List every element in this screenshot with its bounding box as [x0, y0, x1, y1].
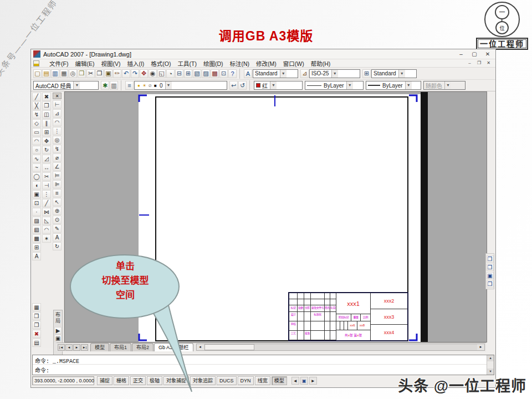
save-icon[interactable]: ▥: [51, 69, 59, 78]
plot-preview-icon[interactable]: ◎: [69, 69, 77, 78]
table-icon[interactable]: ⊞: [32, 243, 41, 252]
dyn-toggle[interactable]: DYN: [238, 376, 254, 385]
view-dialog-icon[interactable]: ▦: [32, 303, 41, 311]
break-at-point-icon[interactable]: ⋮: [42, 190, 51, 198]
dimension-edit-icon[interactable]: ✎: [53, 224, 62, 233]
scrollbar-thumb[interactable]: [204, 344, 254, 350]
polyline-icon[interactable]: ↯: [32, 110, 41, 119]
save-workspace-icon[interactable]: ▥: [110, 81, 118, 90]
quick-dimension-icon[interactable]: ⊨: [53, 171, 62, 180]
tray-right-arrow-icon[interactable]: ►: [309, 377, 317, 385]
cut-icon[interactable]: ✂: [86, 69, 95, 78]
arc-icon[interactable]: ◠: [32, 137, 41, 145]
array-icon[interactable]: ⊞: [42, 128, 51, 136]
extend-icon[interactable]: ⊣: [42, 181, 51, 190]
workspace-settings-icon[interactable]: ✱: [101, 81, 109, 90]
scroll-up-icon[interactable]: ▲: [487, 355, 494, 361]
stretch-icon[interactable]: ↔: [42, 163, 51, 172]
erase-layout-icon[interactable]: ✖: [32, 330, 41, 338]
offset-icon[interactable]: ∥: [42, 119, 51, 127]
layer-properties-icon[interactable]: ≡: [125, 81, 134, 90]
move-icon[interactable]: ✥: [42, 137, 51, 145]
layer-combo[interactable]: ●☀⊘■ 0 ▼: [134, 81, 227, 90]
zoom-realtime-icon[interactable]: ◉: [149, 69, 157, 78]
construction-line-icon[interactable]: ╳: [32, 101, 41, 110]
menu-view[interactable]: 视图(V): [98, 59, 124, 68]
aligned-dimension-icon[interactable]: ⊿: [53, 109, 62, 117]
chevron-down-icon[interactable]: ▼: [270, 81, 277, 89]
close-button[interactable]: ✕: [481, 49, 494, 59]
polygonal-viewport-icon[interactable]: ❒: [487, 264, 494, 271]
radius-dimension-icon[interactable]: ◎: [53, 136, 62, 144]
layer-previous-icon[interactable]: ↺: [238, 81, 247, 90]
redo-icon[interactable]: ↷: [131, 69, 139, 78]
ellipse-arc-icon[interactable]: ◖: [32, 181, 41, 190]
menu-dimension[interactable]: 标注(N): [227, 59, 253, 68]
layer-color-swatch[interactable]: ■: [153, 83, 158, 88]
rotate-icon[interactable]: ↻: [42, 146, 51, 154]
horizontal-scrollbar[interactable]: ◄ ►: [196, 344, 485, 351]
tab-first-button[interactable]: |◄: [58, 344, 65, 351]
diameter-dimension-icon[interactable]: ⌀: [53, 154, 62, 162]
angular-dimension-icon[interactable]: ∠: [53, 162, 62, 171]
linetype-combo[interactable]: ByLayer ▼: [305, 81, 364, 90]
lineweight-toggle[interactable]: 线宽: [255, 376, 270, 385]
mdi-restore-button[interactable]: ❐: [474, 59, 484, 67]
chevron-down-icon[interactable]: ▼: [405, 81, 412, 89]
erase-icon[interactable]: ✖: [42, 93, 51, 101]
dimension-update-icon[interactable]: ↻: [53, 242, 62, 250]
scale-icon[interactable]: ◿: [42, 155, 51, 163]
title-bar[interactable]: AutoCAD 2007 - [Drawing1.dwg]: [31, 49, 495, 59]
undo-icon[interactable]: ↶: [122, 69, 130, 78]
menu-window[interactable]: 窗口(W): [280, 59, 308, 68]
line-icon[interactable]: ╱: [32, 93, 41, 101]
ellipse-icon[interactable]: ◯: [32, 172, 41, 181]
zoom-window-icon[interactable]: ◱: [157, 69, 166, 78]
sheetset-manager-icon[interactable]: ▨: [202, 69, 210, 78]
explode-icon[interactable]: ✶: [42, 234, 51, 243]
arc-length-icon[interactable]: ◠: [53, 118, 62, 126]
workspace-combo[interactable]: AutoCAD 经典 ▼: [33, 81, 99, 90]
table-style-combo[interactable]: Standard ▼: [371, 69, 417, 78]
menu-insert[interactable]: 插入(I): [124, 59, 147, 68]
chevron-down-icon[interactable]: ▼: [165, 81, 172, 89]
plot-icon[interactable]: ▦: [60, 69, 68, 78]
chevron-down-icon[interactable]: ▼: [331, 70, 338, 78]
tolerance-icon[interactable]: ⊕: [53, 207, 62, 215]
jogged-icon[interactable]: ↯: [53, 145, 62, 153]
quickcalc-icon[interactable]: ⊡: [219, 69, 228, 78]
menu-help[interactable]: 帮助(H): [308, 59, 334, 68]
chevron-down-icon[interactable]: ▼: [280, 70, 287, 78]
menu-edit[interactable]: 编辑(E): [71, 59, 98, 68]
leader-icon[interactable]: ↖: [53, 198, 62, 206]
hatch-icon[interactable]: ▨: [32, 217, 41, 225]
multiline-text-icon[interactable]: A: [32, 252, 41, 260]
menu-file[interactable]: 文件(F): [46, 59, 71, 68]
continue-dimension-icon[interactable]: ≡: [53, 189, 62, 197]
insert-block-icon[interactable]: ▣: [32, 190, 41, 198]
paper-space-icon[interactable]: ▣: [54, 335, 62, 342]
model-paper-toggle[interactable]: 模型: [272, 376, 287, 385]
region-icon[interactable]: ▩: [32, 234, 41, 243]
properties-icon[interactable]: ⊟: [175, 69, 183, 78]
trim-icon[interactable]: ✂: [42, 172, 51, 181]
chevron-down-icon[interactable]: ▼: [73, 81, 80, 89]
command-scrollbar[interactable]: ▲ ▼: [487, 355, 494, 375]
break-icon[interactable]: ╱: [42, 199, 51, 207]
copy-object-icon[interactable]: ❐: [42, 101, 51, 110]
baseline-dimension-icon[interactable]: ⊫: [53, 180, 62, 188]
scroll-right-icon[interactable]: ►: [477, 344, 484, 350]
mirror-icon[interactable]: ◫: [42, 110, 51, 119]
ordinate-icon[interactable]: ⋮: [53, 127, 62, 135]
zoom-previous-icon[interactable]: ◔: [166, 69, 175, 78]
tool-palettes-icon[interactable]: ▧: [193, 69, 201, 78]
clip-viewport-icon[interactable]: ❐: [487, 280, 494, 288]
publish-icon[interactable]: ❒: [78, 69, 86, 78]
spline-icon[interactable]: ~: [32, 163, 41, 172]
object-viewport-icon[interactable]: ▣: [487, 272, 494, 279]
close-icon[interactable]: ✕: [53, 93, 62, 99]
make-block-icon[interactable]: ⊡: [32, 199, 41, 207]
mdi-minimize-button[interactable]: –: [465, 59, 474, 67]
paste-icon[interactable]: ▣: [104, 69, 112, 78]
menu-format[interactable]: 格式(O): [147, 59, 174, 68]
